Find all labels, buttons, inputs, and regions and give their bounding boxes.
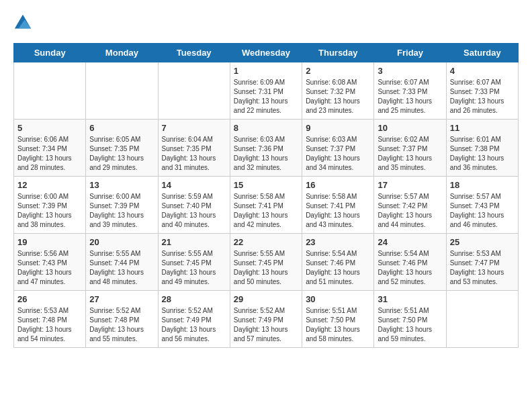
day-number: 12 bbox=[17, 180, 82, 190]
day-info: Sunrise: 5:54 AM Sunset: 7:46 PM Dayligh… bbox=[306, 249, 370, 287]
weekday-header-monday: Monday bbox=[86, 44, 158, 62]
day-number: 24 bbox=[378, 237, 442, 247]
day-number: 18 bbox=[450, 180, 515, 190]
weekday-header-thursday: Thursday bbox=[302, 44, 374, 62]
calendar-week-3: 12Sunrise: 6:00 AM Sunset: 7:39 PM Dayli… bbox=[14, 177, 519, 234]
day-info: Sunrise: 6:00 AM Sunset: 7:39 PM Dayligh… bbox=[17, 192, 82, 230]
day-info: Sunrise: 6:08 AM Sunset: 7:32 PM Dayligh… bbox=[306, 78, 370, 116]
weekday-header-wednesday: Wednesday bbox=[230, 44, 302, 62]
day-info: Sunrise: 5:58 AM Sunset: 7:41 PM Dayligh… bbox=[234, 192, 298, 230]
calendar-cell: 25Sunrise: 5:53 AM Sunset: 7:47 PM Dayli… bbox=[446, 234, 518, 291]
day-number: 7 bbox=[162, 123, 226, 133]
calendar-cell: 30Sunrise: 5:51 AM Sunset: 7:50 PM Dayli… bbox=[302, 291, 374, 348]
calendar-cell: 24Sunrise: 5:54 AM Sunset: 7:46 PM Dayli… bbox=[374, 234, 446, 291]
day-number: 29 bbox=[234, 294, 298, 304]
day-info: Sunrise: 5:52 AM Sunset: 7:49 PM Dayligh… bbox=[162, 306, 226, 344]
day-info: Sunrise: 5:55 AM Sunset: 7:45 PM Dayligh… bbox=[234, 249, 298, 287]
day-number: 6 bbox=[89, 123, 154, 133]
day-number: 20 bbox=[89, 237, 154, 247]
day-info: Sunrise: 5:55 AM Sunset: 7:45 PM Dayligh… bbox=[162, 249, 226, 287]
calendar-cell bbox=[446, 291, 518, 348]
day-number: 11 bbox=[450, 123, 515, 133]
calendar-cell: 12Sunrise: 6:00 AM Sunset: 7:39 PM Dayli… bbox=[14, 177, 86, 234]
day-number: 30 bbox=[306, 294, 370, 304]
calendar-cell: 5Sunrise: 6:06 AM Sunset: 7:34 PM Daylig… bbox=[14, 120, 86, 177]
calendar-cell: 16Sunrise: 5:58 AM Sunset: 7:41 PM Dayli… bbox=[302, 177, 374, 234]
day-number: 8 bbox=[234, 123, 298, 133]
day-number: 13 bbox=[89, 180, 154, 190]
day-number: 3 bbox=[378, 66, 442, 76]
calendar-cell: 17Sunrise: 5:57 AM Sunset: 7:42 PM Dayli… bbox=[374, 177, 446, 234]
day-number: 1 bbox=[234, 66, 298, 76]
day-info: Sunrise: 6:07 AM Sunset: 7:33 PM Dayligh… bbox=[378, 78, 442, 116]
weekday-header-sunday: Sunday bbox=[14, 44, 86, 62]
calendar-week-2: 5Sunrise: 6:06 AM Sunset: 7:34 PM Daylig… bbox=[14, 120, 519, 177]
day-info: Sunrise: 5:59 AM Sunset: 7:40 PM Dayligh… bbox=[162, 192, 226, 230]
calendar-cell: 21Sunrise: 5:55 AM Sunset: 7:45 PM Dayli… bbox=[158, 234, 230, 291]
day-number: 28 bbox=[162, 294, 226, 304]
logo-icon bbox=[13, 13, 32, 32]
day-number: 10 bbox=[378, 123, 442, 133]
day-number: 27 bbox=[89, 294, 154, 304]
day-number: 17 bbox=[378, 180, 442, 190]
weekday-header-tuesday: Tuesday bbox=[158, 44, 230, 62]
day-info: Sunrise: 5:57 AM Sunset: 7:42 PM Dayligh… bbox=[378, 192, 442, 230]
weekday-header-row: SundayMondayTuesdayWednesdayThursdayFrid… bbox=[14, 44, 519, 62]
day-info: Sunrise: 5:58 AM Sunset: 7:41 PM Dayligh… bbox=[306, 192, 370, 230]
calendar-cell: 29Sunrise: 5:52 AM Sunset: 7:49 PM Dayli… bbox=[230, 291, 302, 348]
calendar-cell: 2Sunrise: 6:08 AM Sunset: 7:32 PM Daylig… bbox=[302, 62, 374, 120]
calendar-cell: 26Sunrise: 5:53 AM Sunset: 7:48 PM Dayli… bbox=[14, 291, 86, 348]
calendar-cell bbox=[86, 62, 158, 120]
calendar-cell: 3Sunrise: 6:07 AM Sunset: 7:33 PM Daylig… bbox=[374, 62, 446, 120]
calendar-cell: 10Sunrise: 6:02 AM Sunset: 7:37 PM Dayli… bbox=[374, 120, 446, 177]
weekday-header-friday: Friday bbox=[374, 44, 446, 62]
calendar-cell: 9Sunrise: 6:03 AM Sunset: 7:37 PM Daylig… bbox=[302, 120, 374, 177]
day-info: Sunrise: 5:53 AM Sunset: 7:47 PM Dayligh… bbox=[450, 249, 515, 287]
day-info: Sunrise: 6:02 AM Sunset: 7:37 PM Dayligh… bbox=[378, 135, 442, 173]
calendar-cell bbox=[158, 62, 230, 120]
day-number: 31 bbox=[378, 294, 442, 304]
day-number: 19 bbox=[17, 237, 82, 247]
calendar-cell bbox=[14, 62, 86, 120]
day-number: 16 bbox=[306, 180, 370, 190]
day-info: Sunrise: 5:52 AM Sunset: 7:48 PM Dayligh… bbox=[89, 306, 154, 344]
calendar-cell: 4Sunrise: 6:07 AM Sunset: 7:33 PM Daylig… bbox=[446, 62, 518, 120]
calendar-cell: 20Sunrise: 5:55 AM Sunset: 7:44 PM Dayli… bbox=[86, 234, 158, 291]
day-info: Sunrise: 6:04 AM Sunset: 7:35 PM Dayligh… bbox=[162, 135, 226, 173]
day-info: Sunrise: 5:51 AM Sunset: 7:50 PM Dayligh… bbox=[306, 306, 370, 344]
calendar-week-4: 19Sunrise: 5:56 AM Sunset: 7:43 PM Dayli… bbox=[14, 234, 519, 291]
calendar-week-5: 26Sunrise: 5:53 AM Sunset: 7:48 PM Dayli… bbox=[14, 291, 519, 348]
weekday-header-saturday: Saturday bbox=[446, 44, 518, 62]
day-info: Sunrise: 5:57 AM Sunset: 7:43 PM Dayligh… bbox=[450, 192, 515, 230]
day-info: Sunrise: 6:03 AM Sunset: 7:37 PM Dayligh… bbox=[306, 135, 370, 173]
day-info: Sunrise: 5:54 AM Sunset: 7:46 PM Dayligh… bbox=[378, 249, 442, 287]
day-info: Sunrise: 6:06 AM Sunset: 7:34 PM Dayligh… bbox=[17, 135, 82, 173]
day-number: 23 bbox=[306, 237, 370, 247]
calendar-cell: 22Sunrise: 5:55 AM Sunset: 7:45 PM Dayli… bbox=[230, 234, 302, 291]
day-info: Sunrise: 5:55 AM Sunset: 7:44 PM Dayligh… bbox=[89, 249, 154, 287]
calendar-header bbox=[13, 13, 519, 32]
day-number: 26 bbox=[17, 294, 82, 304]
day-info: Sunrise: 6:00 AM Sunset: 7:39 PM Dayligh… bbox=[89, 192, 154, 230]
calendar-cell: 23Sunrise: 5:54 AM Sunset: 7:46 PM Dayli… bbox=[302, 234, 374, 291]
day-number: 15 bbox=[234, 180, 298, 190]
day-number: 22 bbox=[234, 237, 298, 247]
calendar-cell: 1Sunrise: 6:09 AM Sunset: 7:31 PM Daylig… bbox=[230, 62, 302, 120]
calendar-cell: 18Sunrise: 5:57 AM Sunset: 7:43 PM Dayli… bbox=[446, 177, 518, 234]
calendar-table: SundayMondayTuesdayWednesdayThursdayFrid… bbox=[13, 43, 519, 348]
calendar-cell: 14Sunrise: 5:59 AM Sunset: 7:40 PM Dayli… bbox=[158, 177, 230, 234]
day-number: 9 bbox=[306, 123, 370, 133]
calendar-cell: 27Sunrise: 5:52 AM Sunset: 7:48 PM Dayli… bbox=[86, 291, 158, 348]
day-number: 5 bbox=[17, 123, 82, 133]
logo bbox=[13, 13, 35, 32]
day-info: Sunrise: 5:52 AM Sunset: 7:49 PM Dayligh… bbox=[234, 306, 298, 344]
calendar-cell: 15Sunrise: 5:58 AM Sunset: 7:41 PM Dayli… bbox=[230, 177, 302, 234]
day-number: 4 bbox=[450, 66, 515, 76]
day-info: Sunrise: 6:03 AM Sunset: 7:36 PM Dayligh… bbox=[234, 135, 298, 173]
day-number: 21 bbox=[162, 237, 226, 247]
calendar-cell: 13Sunrise: 6:00 AM Sunset: 7:39 PM Dayli… bbox=[86, 177, 158, 234]
day-info: Sunrise: 6:05 AM Sunset: 7:35 PM Dayligh… bbox=[89, 135, 154, 173]
day-info: Sunrise: 5:56 AM Sunset: 7:43 PM Dayligh… bbox=[17, 249, 82, 287]
day-number: 25 bbox=[450, 237, 515, 247]
calendar-cell: 7Sunrise: 6:04 AM Sunset: 7:35 PM Daylig… bbox=[158, 120, 230, 177]
